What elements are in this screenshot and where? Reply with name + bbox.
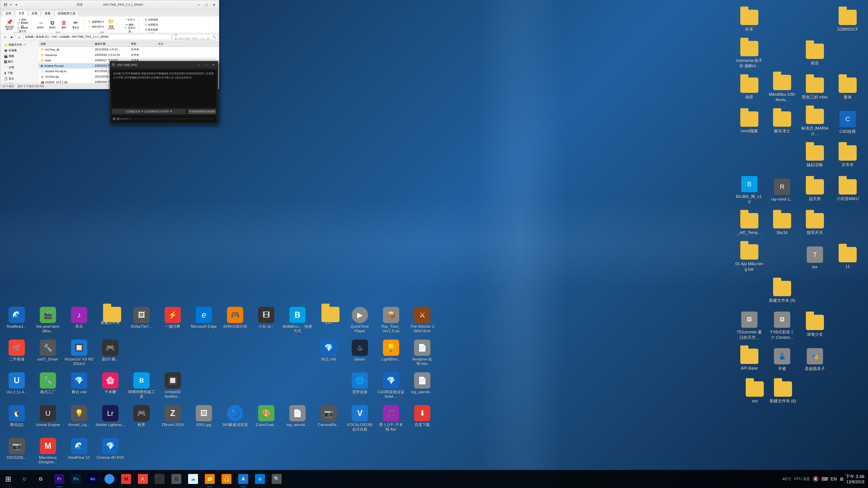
timeline-play-btn[interactable]: ▶ <box>113 117 116 121</box>
address-path[interactable]: 此电脑 › 新加卷 (D:) › C4D › c4d贴图 › ARCTIME_P… <box>23 34 172 40</box>
timeline-bar[interactable] <box>129 119 214 119</box>
history-btn[interactable]: 🕐 历史记录 <box>123 27 136 32</box>
arctime-save-btn[interactable]: 点击确定合并 ▼ 以分级复制非文本内容 ▼ <box>112 109 186 114</box>
app-icon-cinema4d[interactable]: 💎 Cinema 4D R20 <box>95 435 126 468</box>
desktop-icon-blackmiku[interactable]: 黑色三妈 miku <box>799 72 831 105</box>
arctime-minimize-btn[interactable]: ─ <box>196 63 202 67</box>
sidebar-item-thispc[interactable]: 💻 此电脑 <box>0 48 38 53</box>
col-size[interactable]: 大小 <box>156 41 179 47</box>
pin-quickaccess-btn[interactable]: 📌 固定到快速访问 <box>4 18 15 31</box>
app-icon-4399[interactable]: 🎮 4399火线行动 <box>219 304 251 337</box>
ribbon-tab-app[interactable]: 应用程序工具 <box>55 10 79 17</box>
new-folder-btn[interactable]: 📁 新建文件夹 <box>105 18 117 31</box>
app-icon-111[interactable]: 111 <box>313 304 344 337</box>
desktop-icon-apibase[interactable]: API Base <box>734 344 765 376</box>
app-icon-xuns3[interactable]: 🎮 勋S3 模... <box>95 337 126 370</box>
desktop-icon-mamama[interactable]: mamama-洛天依-旗帜vl... <box>734 38 765 71</box>
desktop-icon-yuantianyi[interactable]: 远天依 <box>799 174 831 207</box>
app-icon-jianjie[interactable]: ⚡ 一键汎释 <box>157 304 188 337</box>
desktop-icon-biaofei[interactable]: 婊妃召唤 <box>799 140 831 173</box>
app-icon-qq[interactable]: 🐧 腾讯QQ <box>1 403 32 435</box>
app-icon-geishi[interactable]: 🔧 格式工厂 <box>32 370 64 403</box>
taskbar-maoxun-btn[interactable]: M <box>118 470 134 488</box>
taskbar-music-btn[interactable]: ♪ <box>151 470 168 488</box>
sidebar-item-picture[interactable]: 🖼 图片 <box>0 59 38 65</box>
desktop-icon-maoekaiguan[interactable]: 猫耳开关 <box>799 208 831 240</box>
app-icon-camera[interactable]: 📷 CameraRa... <box>313 403 344 435</box>
ribbon-tab-share[interactable]: 共享 <box>28 10 41 17</box>
taskbar-premiere-btn[interactable]: Pr <box>51 470 67 488</box>
desktop-icon-75summer[interactable]: 🖼 75Summer-夏日的天空... <box>734 310 765 342</box>
desktop-icon-biaozhun[interactable]: 标准态 (MARiA さ... <box>799 106 831 139</box>
up-button[interactable]: ▲ <box>16 34 22 40</box>
close-button[interactable]: ✕ <box>211 2 217 7</box>
app-icon-readme[interactable]: 📄 Readme-说明.htm <box>407 337 438 370</box>
desktop-icon-chuchuyin[interactable]: 初音 <box>799 38 831 71</box>
app-icon-raytoon[interactable]: 📦 Ray_Toon_ Ver1.3.zip <box>375 304 407 337</box>
app-icon-bilibili[interactable]: B BiliBilEnc...- 快捷方式 <box>282 304 313 337</box>
app-icon-unreal[interactable]: U Unreal Engine <box>32 403 64 435</box>
col-date[interactable]: 修改日期 <box>93 41 129 47</box>
invert-select-btn[interactable]: ⟲ 反向选择 <box>143 27 160 32</box>
desktop-icon-ray[interactable]: R ray-omd-1... <box>766 174 798 207</box>
app-icon-lightroom[interactable]: Lr Adobe Lightroo... <box>95 403 126 435</box>
forward-button[interactable]: ► <box>9 34 15 40</box>
taskbar-edge-btn[interactable]: e <box>252 470 268 488</box>
taskbar-arctime-btn[interactable]: A <box>235 470 251 488</box>
ribbon-tab-home[interactable]: 主页 <box>15 10 28 17</box>
new-item-btn[interactable]: 📁 新建项目 ▾ <box>87 20 105 24</box>
back-button[interactable]: ◄ <box>2 34 8 40</box>
desktop-icon-tex[interactable]: T tex <box>799 242 831 274</box>
desktop-icon-sky16[interactable]: Sky16 <box>766 208 798 240</box>
desktop-icon-mmdvideo[interactable]: mmd视频 <box>734 106 765 139</box>
app-icon-pixelfarm[interactable]: 🎬 the pixel farm pftra... <box>32 304 64 337</box>
taskbar-capture-btn[interactable]: ⊙ <box>168 470 184 488</box>
app-icon-rizom[interactable]: 🔲 RizomUV VS RS 2018.0 <box>64 337 95 370</box>
tray-volume[interactable]: 🔇 <box>813 476 819 482</box>
open-btn[interactable]: ↗ 打开 ▾ <box>123 18 136 22</box>
col-name[interactable]: 名称 <box>39 41 93 47</box>
app-icon-newfolder[interactable]: 新建文件夹 <box>95 304 126 337</box>
app-icon-lightbloom[interactable]: 💡 LightBloo... <box>375 337 407 370</box>
app-icon-realflow[interactable]: 🌊 Realflow1... <box>1 304 32 337</box>
app-icon-arnold[interactable]: 💡 Arnold_Lig... <box>64 403 95 435</box>
app-icon-uu[interactable]: U UU-2.11.4... <box>1 370 32 403</box>
desktop-icon-mikumiku[interactable]: MikuMiku-10th Anniv... <box>766 72 798 105</box>
search-box[interactable]: 搜索"ARCTIME_PRO_2.2.1_W... 🔍 <box>173 34 218 40</box>
easy-access-btn[interactable]: ⚡ 轻松访问 ▾ <box>87 24 105 29</box>
arctime-close-btn[interactable]: ✕ <box>211 63 216 67</box>
app-icon-witcher[interactable]: ⚔ The Witcher 3 Wild Hunt <box>407 304 438 337</box>
app-icon-ex07[interactable]: 🔧 ex07_Driver <box>32 337 64 370</box>
desktop-icon-newdir6[interactable]: 新建文件夹 (6) <box>768 380 798 405</box>
app-icon-log2[interactable]: 📄 log_alembi... <box>282 403 313 435</box>
desktop-icon-yyb[interactable]: 🖼 YYB式初音ミク-Christm... <box>766 310 798 342</box>
col-type[interactable]: 类型 <box>129 41 156 47</box>
qat-save-btn[interactable]: 💾 <box>3 2 8 7</box>
timeline-stop-btn[interactable]: ■ <box>117 117 120 121</box>
desktop-icon-banqun[interactable]: 👗 半裙 <box>766 344 798 376</box>
desktop-icon-bilibili-jiao[interactable]: B BILiBIli_脚_v1.0 <box>734 174 765 207</box>
app-icon-qianben-music[interactable]: 🎵 黑うさP -千本桜.flac <box>375 403 407 435</box>
desktop-icon-out[interactable]: out <box>744 380 766 405</box>
desktop-icon-shenhainvhai[interactable]: 深海少女 <box>799 310 831 342</box>
arctime-confirm-btn[interactable]: ▼ 保存到存档非文本内容 <box>188 109 216 114</box>
sidebar-item-desktop[interactable]: 🖥 桌面 <box>0 82 38 84</box>
desktop-icon-103msdcf[interactable]: 103MSDCF <box>832 4 864 37</box>
taskbar-ae-btn[interactable]: Ae <box>85 470 101 488</box>
app-icon-ershou[interactable]: 🛒 二手商城 <box>1 337 32 370</box>
app-icon-steam[interactable]: ♨ Steam <box>344 337 375 370</box>
sidebar-item-document[interactable]: 📄 文档 <box>0 65 38 70</box>
app-icon-unfold3d[interactable]: 🔲 Unfold3D NetWor... <box>157 370 188 403</box>
taskbar-folder-btn[interactable]: 📁 <box>202 470 218 488</box>
maximize-button[interactable]: □ <box>203 2 210 7</box>
app-icon-broadband[interactable]: 🌐 宽带连接 <box>344 370 375 403</box>
taskbar-search2-btn[interactable]: 🔍 <box>269 470 285 488</box>
desktop-icon-c4dgaimo[interactable]: C C4D改模 <box>832 106 864 139</box>
rename-btn[interactable]: ✏ 重命名 <box>70 18 81 31</box>
desktop-icon-christmas[interactable]: 🎭 圣诞面具子 <box>799 344 831 376</box>
tray-language[interactable]: EN <box>831 477 837 482</box>
search-button[interactable]: ○ <box>16 470 33 488</box>
paste-shortcut-btn[interactable]: 📋 粘贴快捷方式 <box>16 27 29 32</box>
app-icon-360[interactable]: 🔵 360极速浏览器 <box>219 403 251 435</box>
moveto-btn[interactable]: → 移动到 <box>35 18 46 31</box>
